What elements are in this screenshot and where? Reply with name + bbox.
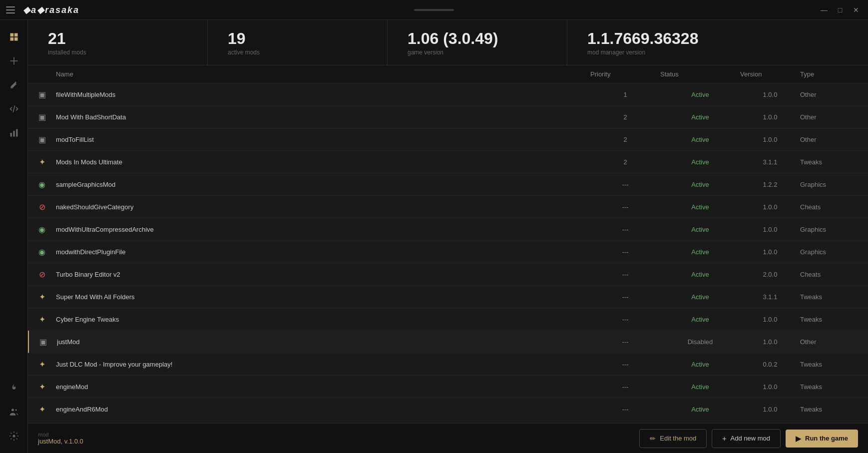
mod-version: 1.0.0 <box>740 383 800 391</box>
table-row[interactable]: ▣ justMod --- Disabled 1.0.0 Other <box>28 331 868 353</box>
table-row[interactable]: ✦ Mods In Mods Ultimate 2 Active 3.1.1 T… <box>28 151 868 173</box>
mod-type-icon: ✦ <box>36 403 48 415</box>
sidebar <box>0 20 28 453</box>
mod-priority: --- <box>590 361 660 368</box>
stat-manager-version: 1.1.7669.36328 mod manager version <box>567 20 868 65</box>
mod-priority: --- <box>590 203 660 211</box>
play-icon: ▶ <box>796 435 801 443</box>
svg-rect-3 <box>14 37 17 41</box>
table-row[interactable]: ✦ engineAndR6Mod --- Active 1.0.0 Tweaks <box>28 398 868 421</box>
stat-installed-mods: 21 installed mods <box>28 20 208 65</box>
mod-status: Active <box>660 271 740 278</box>
mod-priority: --- <box>590 383 660 391</box>
sidebar-item-add[interactable] <box>3 50 25 72</box>
sidebar-item-settings[interactable] <box>3 425 25 447</box>
svg-point-11 <box>15 409 16 411</box>
menu-icon[interactable] <box>6 6 15 13</box>
header-name: Name <box>56 70 590 78</box>
table-row[interactable]: ✦ Cyber Engine Tweaks --- Active 1.0.0 T… <box>28 308 868 331</box>
svg-rect-0 <box>10 33 13 37</box>
mod-status: Active <box>660 181 740 188</box>
svg-point-12 <box>12 435 15 438</box>
mod-name: modWithUltraCompressedArchive <box>56 226 590 233</box>
mod-status: Active <box>660 203 740 211</box>
mod-status: Disabled <box>660 338 740 346</box>
svg-rect-2 <box>10 37 13 41</box>
mod-name: modToFillList <box>56 136 590 143</box>
mod-type-icon: ◉ <box>36 246 48 258</box>
sidebar-item-mods[interactable] <box>3 26 25 48</box>
mod-type: Graphics <box>800 248 860 256</box>
add-mod-button[interactable]: + Add new mod <box>712 429 781 448</box>
mod-type: Cheats <box>800 271 860 278</box>
run-btn-label: Run the game <box>805 435 848 442</box>
mod-type-icon: ◉ <box>36 223 48 235</box>
logo: ◆a◆rasaka <box>23 4 79 15</box>
mod-version: 1.0.0 <box>740 136 800 143</box>
grid-icon <box>9 32 19 42</box>
sidebar-item-analytics[interactable] <box>3 122 25 144</box>
title-bar-center <box>414 9 454 11</box>
mod-status: Active <box>660 383 740 391</box>
mods-table-container: Name Priority Status Version Type ▣ file… <box>28 65 868 423</box>
mod-name: Super Mod With All Folders <box>56 293 590 301</box>
table-row[interactable]: ◉ modWithUltraCompressedArchive --- Acti… <box>28 218 868 241</box>
mod-version: 1.0.0 <box>740 226 800 233</box>
mod-type: Tweaks <box>800 293 860 301</box>
mod-name: Cyber Engine Tweaks <box>56 316 590 323</box>
mod-status: Active <box>660 91 740 98</box>
table-header: Name Priority Status Version Type <box>28 65 868 83</box>
table-row[interactable]: ▣ fileWithMultipleMods 1 Active 1.0.0 Ot… <box>28 83 868 106</box>
add-icon: + <box>722 435 726 443</box>
svg-line-6 <box>13 105 14 112</box>
maximize-button[interactable]: □ <box>834 4 846 16</box>
table-row[interactable]: ▣ Mod With BadShortData 2 Active 1.0.0 O… <box>28 106 868 128</box>
header-priority: Priority <box>590 70 660 78</box>
users-icon <box>9 407 19 417</box>
mod-status: Active <box>660 361 740 368</box>
installed-mods-label: installed mods <box>48 49 187 56</box>
mod-version: 1.0.0 <box>740 338 800 346</box>
sidebar-item-script[interactable] <box>3 98 25 120</box>
sidebar-item-users[interactable] <box>3 401 25 423</box>
mod-priority: 2 <box>590 158 660 166</box>
svg-point-10 <box>11 409 14 411</box>
table-row[interactable]: ✦ Just DLC Mod - Improve your gameplay! … <box>28 353 868 376</box>
mod-version: 2.0.0 <box>740 271 800 278</box>
edit-mod-button[interactable]: ✏ Edit the mod <box>639 429 707 448</box>
mod-type-icon: ✦ <box>36 358 48 370</box>
active-mods-value: 19 <box>228 29 367 48</box>
stat-active-mods: 19 active mods <box>208 20 388 65</box>
mod-version: 1.0.0 <box>740 203 800 211</box>
stats-bar: 21 installed mods 19 active mods 1.06 (3… <box>28 20 868 65</box>
table-row[interactable]: ◉ sampleGraphicsMod --- Active 1.2.2 Gra… <box>28 173 868 196</box>
table-row[interactable]: ✦ engineMod --- Active 1.0.0 Tweaks <box>28 376 868 398</box>
mod-type-icon: ✦ <box>36 156 48 168</box>
mod-priority: --- <box>590 181 660 188</box>
mod-type-icon: ▣ <box>36 88 48 100</box>
logo-text: ◆a◆rasaka <box>23 4 79 15</box>
table-row[interactable]: ⊘ nakedShouldGiveCategory --- Active 1.0… <box>28 196 868 218</box>
bottom-bar: mod justMod, v.1.0.0 ✏ Edit the mod + Ad… <box>28 423 868 453</box>
header-icon <box>36 70 56 78</box>
mod-type: Graphics <box>800 181 860 188</box>
table-row[interactable]: ⊘ Turbo Binary Editor v2 --- Active 2.0.… <box>28 263 868 286</box>
table-row[interactable]: ✦ Super Mod With All Folders --- Active … <box>28 286 868 308</box>
sidebar-item-flame[interactable] <box>3 377 25 399</box>
mod-name: Mods In Mods Ultimate <box>56 158 590 166</box>
minimize-button[interactable]: — <box>818 4 830 16</box>
manager-version-value: 1.1.7669.36328 <box>587 29 848 48</box>
table-row[interactable]: ◉ modwithDirectPluginFile --- Active 1.0… <box>28 241 868 263</box>
mod-name: justMod <box>57 338 590 346</box>
mod-type-icon: ⊘ <box>36 201 48 213</box>
mod-name: engineAndR6Mod <box>56 406 590 413</box>
close-button[interactable]: ✕ <box>850 4 862 16</box>
mod-priority: 1 <box>590 91 660 98</box>
settings-icon <box>9 431 19 441</box>
mod-version: 3.1.1 <box>740 293 800 301</box>
sidebar-item-tool[interactable] <box>3 74 25 96</box>
table-row[interactable]: ▣ modToFillList 2 Active 1.0.0 Other <box>28 128 868 151</box>
mod-priority: 2 <box>590 113 660 121</box>
code-icon <box>9 104 19 114</box>
run-game-button[interactable]: ▶ Run the game <box>786 430 858 448</box>
